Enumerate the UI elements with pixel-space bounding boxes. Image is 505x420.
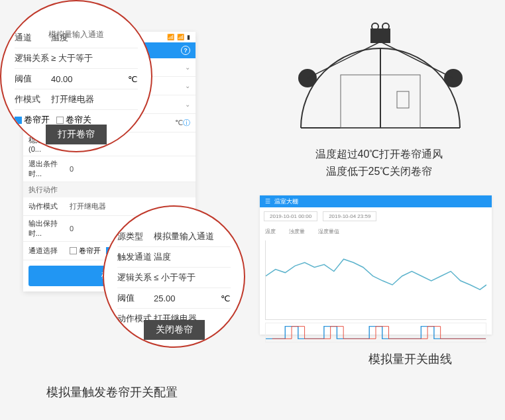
chart-title: 温室大棚 (274, 197, 298, 206)
date-to[interactable]: 2019-10-04 23:59 (323, 211, 376, 221)
chevron-down-icon: ⌄ (185, 64, 190, 71)
chart-legend: 温度 浊度量 湿度量值 (260, 225, 492, 238)
checkbox-open[interactable] (70, 247, 77, 254)
row-exit[interactable]: 退出条件时... 0 (23, 156, 196, 182)
section-action: 执行动作 (23, 182, 196, 197)
chart-digital-open (265, 323, 486, 342)
label: 输出保持时... (28, 219, 70, 238)
lens-row-logic: 逻辑关系 ≥ 大于等于 (15, 48, 138, 69)
lens-row-threshold: 阈值 40.00 ℃ (15, 69, 138, 89)
lens-row-threshold: 阈值 25.00 ℃ (117, 288, 231, 309)
wifi-icon: 📶 (177, 34, 184, 40)
lens-row-type: 源类型 模拟量输入通道 (117, 227, 231, 247)
svg-rect-2 (397, 91, 409, 108)
unit: ℃ (175, 119, 183, 127)
lens-open-curtain: 模拟量输入通道 通道 温度 逻辑关系 ≥ 大于等于 阈值 40.00 ℃ 作模式… (0, 0, 152, 152)
chevron-down-icon: ⌄ (185, 82, 190, 89)
main-caption: 模拟量触发卷帘开关配置 (46, 384, 178, 400)
checkbox-open (15, 117, 22, 124)
menu-icon[interactable]: ☰ (265, 198, 270, 205)
chevron-down-icon: ⌄ (185, 101, 190, 108)
lens-tag: 关闭卷帘 (144, 320, 205, 340)
greenhouse-diagram (288, 12, 473, 141)
signal-icon: 📶 (167, 34, 174, 40)
lens-row-logic: 逻辑关系 ≤ 小于等于 (117, 268, 231, 288)
chart-panel: ☰ 温室大棚 2019-10-01 00:00 2019-10-04 23:59… (260, 195, 492, 335)
label: 退出条件时... (28, 159, 70, 179)
lens-row-mode: 作模式 打开继电器 (15, 89, 138, 110)
chart-line-area (265, 240, 486, 320)
svg-line-7 (380, 42, 453, 78)
chart-date-range: 2019-10-01 00:00 2019-10-04 23:59 (260, 207, 492, 225)
lens-row-channel: 触发通道 温度 (117, 247, 231, 268)
lens-close-curtain: 源类型 模拟量输入通道 触发通道 温度 逻辑关系 ≤ 小于等于 阈值 25.00… (103, 205, 245, 348)
svg-line-6 (308, 42, 380, 78)
cb-label: 卷帘开 (79, 246, 101, 256)
label: 通道选择 (28, 246, 70, 256)
value: 0 (70, 165, 190, 173)
date-from[interactable]: 2019-10-01 00:00 (264, 211, 317, 221)
checkbox-close (56, 117, 64, 124)
lens-tag: 打开卷帘 (46, 125, 107, 144)
label: 动作模式 (28, 201, 70, 211)
info-icon[interactable]: ⓘ (183, 118, 190, 128)
greenhouse-caption: 温度超过40℃打开卷帘通风 温度低于25℃关闭卷帘 (280, 146, 478, 180)
chart-caption: 模拟量开关曲线 (368, 351, 452, 367)
svg-rect-8 (370, 28, 390, 43)
battery-icon: ▮ (187, 34, 190, 40)
help-icon[interactable]: ? (181, 46, 190, 55)
chart-header: ☰ 温室大棚 (260, 195, 492, 207)
lens-title: 模拟量输入通道 (48, 29, 104, 40)
